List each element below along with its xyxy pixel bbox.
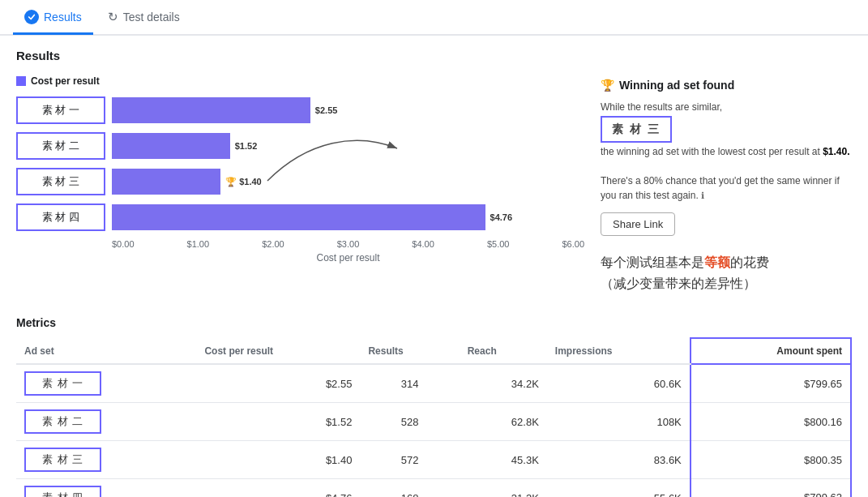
tab-results[interactable]: Results xyxy=(13,2,93,35)
x-axis: $0.00 $1.00 $2.00 $3.00 $4.00 $5.00 $6.0… xyxy=(16,239,584,249)
x-axis-title: Cost per result xyxy=(16,252,584,263)
annotation-text: 每个测试组基本是等额的花费 （减少变量带来的差异性） xyxy=(601,252,852,293)
x-label-0: $0.00 xyxy=(112,239,135,249)
bar-fill-2 xyxy=(112,133,230,159)
winning-probability: There's a 80% chance that you'd get the … xyxy=(601,175,840,201)
row1-cost: $2.55 xyxy=(196,364,360,403)
main-content: Results Cost per result 素 材 一 xyxy=(0,36,868,497)
bar-track-1: $2.55 xyxy=(112,97,584,123)
row1-results: 314 xyxy=(360,364,459,403)
row3-reach: 45.3K xyxy=(460,441,547,479)
winning-intro: While the results are similar, xyxy=(601,101,722,113)
x-label-4: $4.00 xyxy=(412,239,434,249)
row3-results: 572 xyxy=(360,441,459,479)
bar-value-1: $2.55 xyxy=(315,105,338,115)
metrics-title: Metrics xyxy=(16,316,852,329)
col-impressions: Impressions xyxy=(547,338,691,364)
row1-impressions: 60.6K xyxy=(547,364,691,403)
metrics-table: Ad set Cost per result Results Reach Imp… xyxy=(16,337,852,497)
results-section-title: Results xyxy=(16,49,852,62)
row1-adset: 素 材 一 xyxy=(16,364,196,403)
row4-impressions: 55.6K xyxy=(547,479,691,497)
bar-label-1: 素 材 一 xyxy=(16,96,105,124)
x-label-2: $2.00 xyxy=(262,239,284,249)
legend-color-square xyxy=(16,76,26,86)
bar-track-4: $4.76 xyxy=(112,204,584,230)
bar-chart: 素 材 一 $2.55 素 材 二 $1.52 xyxy=(16,96,584,231)
x-label-6: $6.00 xyxy=(562,239,584,249)
bar-row-3: 素 材 三 🏆 $1.40 xyxy=(16,168,584,195)
chart-and-winning-section: Cost per result 素 材 一 $2.55 xyxy=(16,75,852,297)
winning-body: While the results are similar, 素 材 三 the… xyxy=(601,100,852,203)
row2-reach: 62.8K xyxy=(460,403,547,441)
info-icon: ℹ xyxy=(701,191,704,200)
x-label-5: $5.00 xyxy=(487,239,510,249)
metrics-section: Metrics Ad set Cost per result Results R… xyxy=(16,316,852,497)
x-label-1: $1.00 xyxy=(187,239,210,249)
annotation-line3: （减少变量带来的差异性） xyxy=(601,276,756,290)
bar-value-4: $4.76 xyxy=(490,212,513,222)
annotation-line1: 每个测试组基本是 xyxy=(601,255,704,269)
row4-adset: 素 材 四 xyxy=(16,479,196,497)
winning-title: Winning ad set found xyxy=(619,79,734,92)
row3-amount: $800.35 xyxy=(691,441,851,479)
winning-desc-post: the winning ad set with the lowest cost … xyxy=(601,146,820,157)
winning-panel: 🏆 Winning ad set found While the results… xyxy=(601,75,852,297)
row1-reach: 34.2K xyxy=(460,364,547,403)
row4-reach: 31.3K xyxy=(460,479,547,497)
row2-impressions: 108K xyxy=(547,403,691,441)
x-label-3: $3.00 xyxy=(337,239,360,249)
chart-area: Cost per result 素 材 一 $2.55 xyxy=(16,75,584,297)
col-cost: Cost per result xyxy=(196,338,360,364)
row4-amount: $799.62 xyxy=(691,479,851,497)
table-row: 素 材 三 $1.40 572 45.3K 83.6K $800.35 xyxy=(16,441,851,479)
share-link-button[interactable]: Share Link xyxy=(601,212,675,236)
bar-row-1: 素 材 一 $2.55 xyxy=(16,96,584,124)
bar-fill-1 xyxy=(112,97,310,123)
tabs-bar: Results ↻ Test details xyxy=(0,0,868,36)
table-row: 素 材 四 $4.76 168 31.3K 55.6K $799.62 xyxy=(16,479,851,497)
row1-amount: $799.65 xyxy=(691,364,851,403)
table-row: 素 材 一 $2.55 314 34.2K 60.6K $799.65 xyxy=(16,364,851,403)
row3-cost: $1.40 xyxy=(196,441,360,479)
col-ad-set: Ad set xyxy=(16,338,196,364)
bar-label-2: 素 材 二 xyxy=(16,132,105,160)
winning-name-box: 素 材 三 xyxy=(601,116,672,143)
row2-cost: $1.52 xyxy=(196,403,360,441)
tab-test-details-label: Test details xyxy=(123,11,180,24)
chart-legend-label: Cost per result xyxy=(31,75,100,87)
row4-cost: $4.76 xyxy=(196,479,360,497)
bar-label-4: 素 材 四 xyxy=(16,204,105,231)
col-reach: Reach xyxy=(460,338,547,364)
bar-value-2: $1.52 xyxy=(235,141,258,151)
test-details-icon: ↻ xyxy=(108,10,118,24)
col-results: Results xyxy=(360,338,459,364)
bar-row-2: 素 材 二 $1.52 xyxy=(16,132,584,160)
table-header-row: Ad set Cost per result Results Reach Imp… xyxy=(16,338,851,364)
row3-adset: 素 材 三 xyxy=(16,441,196,479)
annotation-highlight: 等额 xyxy=(704,255,730,269)
col-amount-spent: Amount spent xyxy=(691,338,851,364)
bar-track-2: $1.52 xyxy=(112,133,584,159)
row4-results: 168 xyxy=(360,479,459,497)
row2-amount: $800.16 xyxy=(691,403,851,441)
row2-adset: 素 材 二 xyxy=(16,403,196,441)
table-row: 素 材 二 $1.52 528 62.8K 108K $800.16 xyxy=(16,403,851,441)
bar-fill-3 xyxy=(112,169,220,195)
winning-cost: $1.40. xyxy=(823,146,849,157)
results-check-icon xyxy=(24,10,39,24)
row2-results: 528 xyxy=(360,403,459,441)
bar-row-4: 素 材 四 $4.76 xyxy=(16,204,584,231)
annotation-line2: 的花费 xyxy=(730,255,769,269)
chart-legend: Cost per result xyxy=(16,75,584,87)
row3-impressions: 83.6K xyxy=(547,441,691,479)
bar-track-3: 🏆 $1.40 xyxy=(112,169,584,195)
bar-fill-4 xyxy=(112,204,485,230)
bar-label-3: 素 材 三 xyxy=(16,168,105,195)
winning-header: 🏆 Winning ad set found xyxy=(601,79,852,92)
tab-results-label: Results xyxy=(44,11,82,24)
trophy-icon: 🏆 xyxy=(601,79,614,92)
tab-test-details[interactable]: ↻ Test details xyxy=(96,2,191,35)
bar-value-3: 🏆 $1.40 xyxy=(225,177,262,187)
